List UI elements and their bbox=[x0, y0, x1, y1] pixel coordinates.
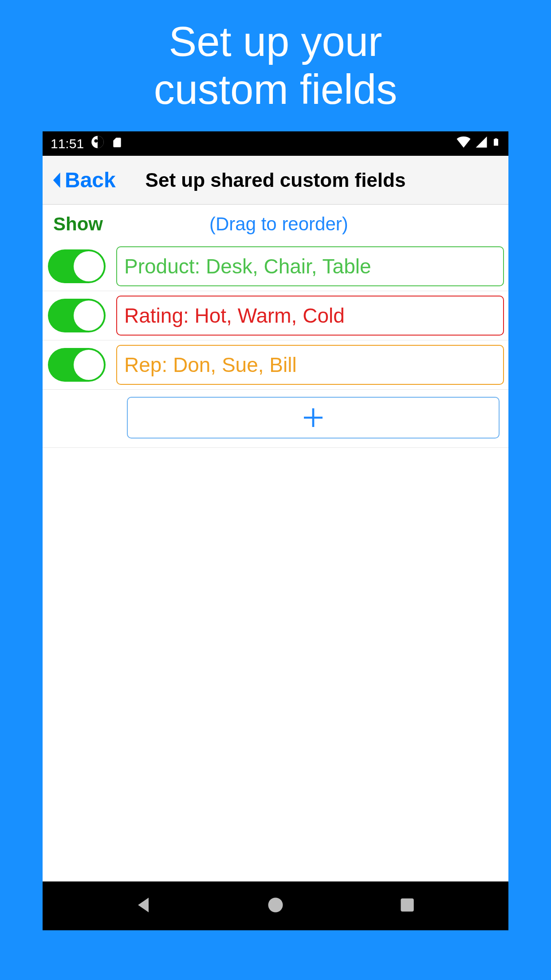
field-text: Rep: Don, Sue, Bill bbox=[124, 353, 297, 377]
toggle-knob bbox=[74, 350, 104, 380]
field-row[interactable]: Product: Desk, Chair, Table bbox=[43, 242, 508, 291]
sd-card-icon bbox=[111, 136, 123, 151]
toggle-knob bbox=[74, 251, 104, 281]
app-icon bbox=[91, 135, 104, 152]
show-toggle[interactable] bbox=[48, 348, 106, 382]
nav-recent-icon[interactable] bbox=[398, 895, 417, 917]
app-body: Show (Drag to reorder) Product: Desk, Ch… bbox=[43, 205, 508, 881]
promo-title: Set up your custom fields bbox=[154, 18, 398, 114]
promo-line-2: custom fields bbox=[154, 66, 398, 114]
field-text: Product: Desk, Chair, Table bbox=[124, 254, 371, 278]
field-input[interactable]: Product: Desk, Chair, Table bbox=[116, 246, 504, 286]
promo-line-1: Set up your bbox=[154, 18, 398, 66]
phone-frame: 11:51 Back Set up shared custom fiel bbox=[43, 131, 508, 930]
add-row bbox=[43, 390, 508, 448]
nav-back-icon[interactable] bbox=[134, 895, 153, 917]
wifi-icon bbox=[456, 134, 471, 153]
field-row[interactable]: Rep: Don, Sue, Bill bbox=[43, 340, 508, 390]
status-bar: 11:51 bbox=[43, 131, 508, 156]
show-toggle[interactable] bbox=[48, 249, 106, 283]
field-input[interactable]: Rep: Don, Sue, Bill bbox=[116, 345, 504, 385]
toggle-knob bbox=[74, 300, 104, 331]
signal-icon bbox=[475, 135, 488, 152]
svg-rect-3 bbox=[401, 899, 413, 912]
svg-point-2 bbox=[268, 898, 283, 913]
svg-point-1 bbox=[94, 139, 98, 143]
add-field-button[interactable] bbox=[127, 397, 500, 439]
plus-icon bbox=[301, 405, 326, 430]
show-column-label: Show bbox=[53, 213, 103, 235]
status-right bbox=[456, 134, 500, 153]
battery-icon bbox=[492, 135, 500, 152]
field-input[interactable]: Rating: Hot, Warm, Cold bbox=[116, 296, 504, 336]
status-left: 11:51 bbox=[51, 135, 456, 152]
list-sub-header: Show (Drag to reorder) bbox=[43, 205, 508, 242]
drag-hint: (Drag to reorder) bbox=[209, 213, 348, 235]
app-header: Back Set up shared custom fields bbox=[43, 156, 508, 205]
back-label: Back bbox=[65, 168, 116, 192]
field-text: Rating: Hot, Warm, Cold bbox=[124, 304, 345, 328]
show-toggle[interactable] bbox=[48, 299, 106, 332]
status-time: 11:51 bbox=[51, 136, 84, 151]
field-row[interactable]: Rating: Hot, Warm, Cold bbox=[43, 291, 508, 340]
chevron-left-icon bbox=[51, 171, 62, 189]
nav-home-icon[interactable] bbox=[266, 895, 285, 917]
system-nav-bar bbox=[43, 881, 508, 930]
back-button[interactable]: Back bbox=[43, 168, 116, 192]
